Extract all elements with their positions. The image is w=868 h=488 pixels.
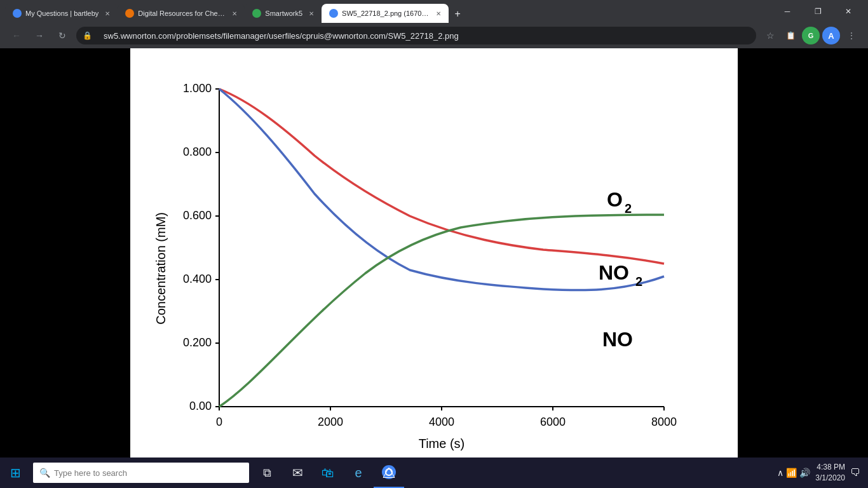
clock[interactable]: 4:38 PM 3/1/2020 [815,462,845,484]
windows-logo: ⊞ [10,465,21,480]
no2-label: NO [599,261,629,284]
forward-button[interactable]: → [31,27,48,44]
start-button[interactable]: ⊞ [0,458,31,488]
close-button[interactable]: ✕ [834,0,863,23]
back-button[interactable]: ← [8,27,25,44]
volume-icon[interactable]: 🔊 [799,468,810,478]
tab-close-digital[interactable]: ✕ [232,10,237,17]
tab-favicon-bartleby [13,9,22,18]
tab-favicon-smartwork [252,9,261,18]
ext1-button[interactable]: 📋 [782,27,799,44]
x-axis-label: Time (s) [418,437,465,451]
clock-date: 3/1/2020 [815,473,845,484]
no-curve [219,89,664,290]
title-bar: My Questions | bartleby ✕ Digital Resour… [0,0,868,23]
address-bar: ← → ↻ 🔒 ☆ 📋 G A ⋮ [0,23,868,48]
menu-button[interactable]: ⋮ [843,27,860,44]
notification-icon[interactable]: 🗨 [850,467,860,478]
tab-favicon-digital [125,9,134,18]
svg-text:0.800: 0.800 [182,146,211,158]
address-input[interactable] [96,27,750,44]
edge-button[interactable]: e [343,458,374,488]
task-view-icon: ⧉ [263,466,271,480]
minimize-button[interactable]: ─ [773,0,802,23]
chart-svg: 1.000 0.800 0.600 0.400 0.200 0.00 [168,83,696,451]
up-arrow-icon[interactable]: ∧ [777,468,783,478]
browser-chrome: My Questions | bartleby ✕ Digital Resour… [0,0,868,48]
tab-close-png[interactable]: ✕ [436,10,441,17]
reload-button[interactable]: ↻ [53,27,71,44]
tab-label-png: SW5_22718_2.png (1670×1140) [342,10,430,17]
svg-text:0.400: 0.400 [182,273,211,285]
network-icon[interactable]: 📶 [786,468,797,478]
chart-container: Concentration (mM) 1.000 0.800 [130,48,738,488]
svg-text:6000: 6000 [539,416,565,428]
svg-text:0.00: 0.00 [189,400,211,412]
store-icon: 🛍 [322,466,334,480]
restore-button[interactable]: ❐ [803,0,832,23]
svg-text:1.000: 1.000 [182,83,211,95]
svg-text:4000: 4000 [428,416,454,428]
tab-bartleby[interactable]: My Questions | bartleby ✕ [5,4,118,23]
chrome-icon [382,465,396,479]
tab-png[interactable]: SW5_22718_2.png (1670×1140) ✕ [322,4,449,23]
taskbar: ⊞ 🔍 ⧉ ✉ 🛍 e ∧ 📶 🔊 4:38 PM 3/1/ [0,458,868,488]
tab-smartwork[interactable]: Smartwork5 ✕ [245,4,322,23]
tab-label-digital: Digital Resources for Chemistry [138,10,226,17]
svg-text:2000: 2000 [317,416,342,428]
o2-label: O [607,188,623,211]
mail-button[interactable]: ✉ [282,458,313,488]
o2-curve [219,89,664,264]
chrome-button[interactable] [374,458,404,488]
taskbar-search[interactable]: 🔍 [33,463,249,483]
tray-icons: ∧ 📶 🔊 [777,468,810,478]
svg-text:8000: 8000 [651,416,676,428]
content-area: Concentration (mM) 1.000 0.800 [0,48,868,488]
new-tab-button[interactable]: + [449,5,466,23]
tab-label-smartwork: Smartwork5 [265,10,302,17]
svg-text:0.200: 0.200 [182,336,211,349]
clock-time: 4:38 PM [815,462,845,473]
task-view-button[interactable]: ⧉ [252,458,282,488]
edge-icon: e [355,466,362,480]
y-axis-label: Concentration (mM) [154,212,168,325]
ext2-button[interactable]: G [802,27,820,44]
o2-subscript: 2 [625,201,632,215]
address-actions: ☆ 📋 G A ⋮ [761,27,860,44]
store-button[interactable]: 🛍 [313,458,343,488]
no-label: NO [602,328,633,351]
taskbar-right: ∧ 📶 🔊 4:38 PM 3/1/2020 🗨 [777,462,868,484]
tab-favicon-png [329,9,338,18]
tab-close-bartleby[interactable]: ✕ [105,10,110,17]
tab-bar: My Questions | bartleby ✕ Digital Resour… [5,0,768,23]
tab-label-bartleby: My Questions | bartleby [25,10,98,17]
mail-icon: ✉ [292,465,303,480]
no2-subscript: 2 [635,274,642,288]
left-panel [0,48,130,488]
window-controls: ─ ❐ ✕ [773,0,863,23]
no2-curve [219,215,664,407]
profile-button[interactable]: A [822,27,840,44]
search-icon: 🔍 [39,468,50,478]
svg-text:0: 0 [215,416,222,428]
star-button[interactable]: ☆ [761,27,779,44]
tab-digital[interactable]: Digital Resources for Chemistry ✕ [118,4,245,23]
search-input[interactable] [54,468,243,478]
right-panel [738,48,868,488]
lock-icon: 🔒 [83,31,92,40]
svg-text:0.600: 0.600 [182,209,211,222]
tab-close-smartwork[interactable]: ✕ [309,10,314,17]
